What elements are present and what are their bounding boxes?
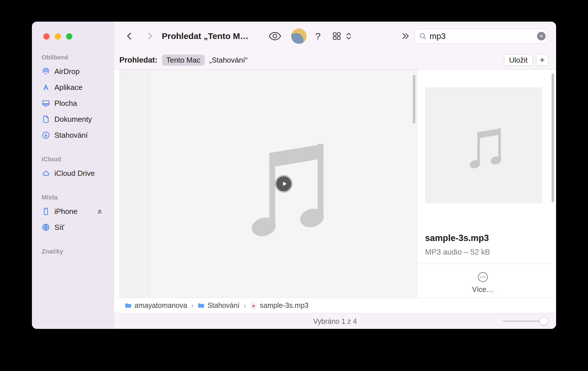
sidebar-item-documents[interactable]: Dokumenty xyxy=(32,112,114,127)
panel-scrollbar-thumb[interactable] xyxy=(552,73,554,202)
sidebar-item-iphone[interactable]: iPhone xyxy=(32,204,114,219)
icloud-drive-icon xyxy=(42,169,50,178)
divider xyxy=(418,263,556,264)
account-avatar-icon[interactable] xyxy=(291,28,307,44)
desktop-icon xyxy=(42,99,50,108)
save-search-button[interactable]: Uložit xyxy=(504,54,533,66)
preview-column xyxy=(150,70,417,298)
scope-this-mac[interactable]: Tento Mac xyxy=(162,55,205,66)
path-item-file[interactable]: sample-3s.mp3 xyxy=(250,301,309,310)
folder-icon xyxy=(125,302,132,309)
sidebar-item-label: Stahování xyxy=(54,131,88,140)
column-edge xyxy=(119,70,150,298)
sidebar-item-desktop[interactable]: Plocha xyxy=(32,96,114,111)
more-label: Více… xyxy=(472,285,493,294)
network-globe-icon xyxy=(42,223,50,232)
folder-icon xyxy=(198,302,205,309)
play-icon xyxy=(280,180,289,188)
info-panel: sample-3s.mp3 MP3 audio – 52 kB Více… xyxy=(417,70,556,298)
close-button[interactable] xyxy=(43,33,50,40)
sidebar-section-tags: Značky xyxy=(32,248,114,255)
path-separator: › xyxy=(191,302,194,310)
sidebar-section-icloud: iCloud xyxy=(32,156,114,163)
eject-icon[interactable] xyxy=(96,208,103,215)
file-name: sample-3s.mp3 xyxy=(425,233,556,243)
clear-search-icon[interactable]: ✕ xyxy=(537,32,546,40)
path-separator: › xyxy=(244,302,246,310)
minimize-button[interactable] xyxy=(55,33,61,40)
icon-size-slider[interactable] xyxy=(503,320,546,322)
sidebar-item-applications[interactable]: Aplikace xyxy=(32,80,114,95)
search-input[interactable] xyxy=(430,29,537,43)
path-label: Stahování xyxy=(207,301,240,310)
sidebar-item-label: iPhone xyxy=(54,207,77,216)
view-switcher-chevrons-icon[interactable] xyxy=(346,32,352,41)
magnifier-icon xyxy=(419,32,427,40)
sidebar-item-network[interactable]: Síť xyxy=(32,220,114,235)
sidebar-item-label: Plocha xyxy=(54,99,77,108)
window-controls xyxy=(32,22,114,40)
finder-window: Oblíbené AirDrop Aplikace xyxy=(32,22,556,329)
path-bar: amayatomanova › Stahování › sample-3s.mp… xyxy=(114,298,556,313)
grid-view-icon[interactable] xyxy=(332,31,342,41)
file-info: MP3 audio – 52 kB xyxy=(425,248,556,257)
documents-icon xyxy=(42,115,50,123)
applications-icon xyxy=(42,83,50,92)
sidebar-item-label: AirDrop xyxy=(54,67,79,76)
overflow-chevrons-icon[interactable] xyxy=(401,32,410,41)
sidebar-item-airdrop[interactable]: AirDrop xyxy=(32,64,114,79)
search-field[interactable]: ✕ xyxy=(415,29,548,44)
window-title: Prohledat „Tento M… xyxy=(162,31,248,41)
scope-label: Prohledat: xyxy=(119,56,158,65)
eye-icon[interactable] xyxy=(268,32,281,41)
iphone-icon xyxy=(42,207,50,216)
search-scope-bar: Prohledat: Tento Mac „Stahování“ Uložit … xyxy=(114,51,556,70)
path-item-home[interactable]: amayatomanova xyxy=(125,301,187,310)
content-area: sample-3s.mp3 MP3 audio – 52 kB Více… xyxy=(114,70,556,298)
file-thumbnail xyxy=(425,87,542,203)
airdrop-icon xyxy=(42,67,50,76)
preview-scrollbar-thumb[interactable] xyxy=(413,75,415,123)
zoom-button[interactable] xyxy=(66,33,72,40)
more-button[interactable]: Více… xyxy=(418,271,548,294)
add-criteria-button[interactable]: + xyxy=(536,54,548,66)
path-label: sample-3s.mp3 xyxy=(260,301,309,310)
sidebar-item-label: Síť xyxy=(54,223,64,232)
help-icon[interactable]: ? xyxy=(315,31,320,42)
sidebar-item-icloud-drive[interactable]: iCloud Drive xyxy=(32,166,114,181)
downloads-icon xyxy=(42,131,50,139)
forward-button[interactable] xyxy=(145,32,154,41)
sidebar-item-label: Aplikace xyxy=(54,83,82,92)
sidebar-item-label: Dokumenty xyxy=(54,115,92,124)
sidebar-item-label: iCloud Drive xyxy=(54,169,95,178)
status-bar: Vybráno 1 z 4 xyxy=(114,313,556,329)
scope-downloads-folder[interactable]: „Stahování“ xyxy=(209,56,247,65)
path-item-downloads[interactable]: Stahování xyxy=(198,301,240,310)
ellipsis-circle-icon xyxy=(477,271,489,283)
slider-knob[interactable] xyxy=(540,317,548,325)
play-button[interactable] xyxy=(275,175,293,193)
sidebar: Oblíbené AirDrop Aplikace xyxy=(32,22,114,329)
selection-count: Vybráno 1 z 4 xyxy=(313,317,357,325)
path-label: amayatomanova xyxy=(134,301,187,310)
main-area: Prohledat „Tento M… ? xyxy=(114,22,556,329)
toolbar: Prohledat „Tento M… ? xyxy=(114,22,556,51)
sidebar-section-favorites: Oblíbené xyxy=(32,54,114,61)
music-note-icon xyxy=(460,121,507,170)
sidebar-section-places: Místa xyxy=(32,194,114,201)
back-button[interactable] xyxy=(125,32,134,41)
mp3-file-icon xyxy=(250,302,257,309)
sidebar-item-downloads[interactable]: Stahování xyxy=(32,128,114,143)
